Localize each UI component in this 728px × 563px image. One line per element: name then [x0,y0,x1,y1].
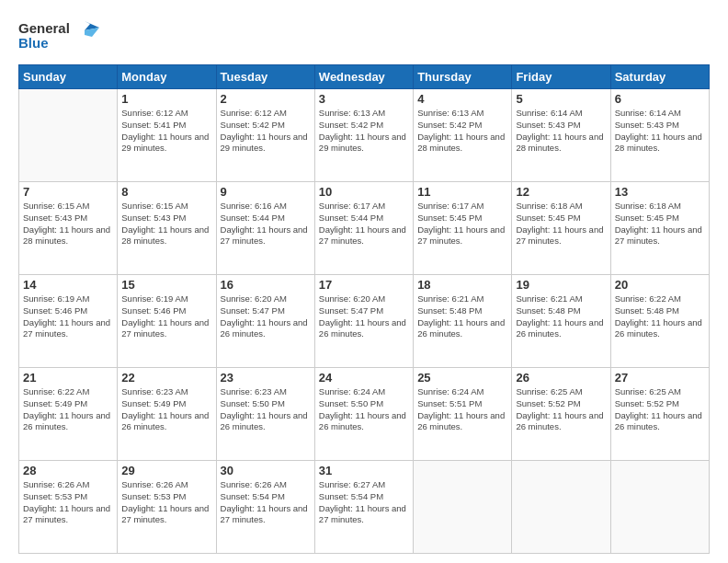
calendar-cell: 13Sunrise: 6:18 AMSunset: 5:45 PMDayligh… [610,182,709,275]
daylight-text: Daylight: 11 hours and 29 minutes. [319,132,409,155]
day-number: 22 [121,371,211,385]
day-number: 7 [23,185,113,199]
sunrise-text: Sunrise: 6:25 AM [516,386,606,398]
sunset-text: Sunset: 5:53 PM [23,491,113,503]
day-info: Sunrise: 6:13 AMSunset: 5:42 PMDaylight:… [417,108,507,155]
sunset-text: Sunset: 5:43 PM [23,213,113,224]
sunset-text: Sunset: 5:48 PM [417,305,507,317]
sunrise-text: Sunrise: 6:26 AM [221,479,311,491]
sunset-text: Sunset: 5:54 PM [221,491,311,503]
sunrise-text: Sunrise: 6:19 AM [23,293,113,305]
weekday-header-thursday: Thursday [414,65,512,89]
sunset-text: Sunset: 5:51 PM [417,398,507,410]
day-info: Sunrise: 6:18 AMSunset: 5:45 PMDaylight:… [615,201,705,247]
calendar-cell [610,461,709,554]
day-number: 11 [417,185,507,199]
sunrise-text: Sunrise: 6:14 AM [615,108,705,120]
day-number: 28 [23,464,113,477]
sunset-text: Sunset: 5:46 PM [23,305,113,317]
calendar-cell: 4Sunrise: 6:13 AMSunset: 5:42 PMDaylight… [414,89,512,182]
calendar-cell: 26Sunrise: 6:25 AMSunset: 5:52 PMDayligh… [512,368,610,461]
daylight-text: Daylight: 11 hours and 27 minutes. [23,317,113,341]
sunrise-text: Sunrise: 6:23 AM [121,386,211,398]
sunset-text: Sunset: 5:52 PM [516,398,606,410]
sunset-text: Sunset: 5:54 PM [319,491,409,503]
daylight-text: Daylight: 11 hours and 27 minutes. [615,224,705,248]
day-number: 5 [516,92,606,106]
sunset-text: Sunset: 5:44 PM [221,213,311,224]
day-info: Sunrise: 6:25 AMSunset: 5:52 PMDaylight:… [615,386,705,433]
day-info: Sunrise: 6:17 AMSunset: 5:44 PMDaylight:… [319,201,409,247]
calendar-cell: 30Sunrise: 6:26 AMSunset: 5:54 PMDayligh… [216,461,314,554]
daylight-text: Daylight: 11 hours and 29 minutes. [221,132,311,155]
sunrise-text: Sunrise: 6:22 AM [615,293,705,305]
calendar-cell [414,461,512,554]
sunrise-text: Sunrise: 6:18 AM [615,201,705,213]
daylight-text: Daylight: 11 hours and 28 minutes. [121,224,211,248]
day-info: Sunrise: 6:13 AMSunset: 5:42 PMDaylight:… [319,108,409,155]
calendar-cell [19,89,118,182]
day-number: 21 [23,371,113,385]
sunrise-text: Sunrise: 6:26 AM [23,479,113,491]
sunset-text: Sunset: 5:43 PM [121,213,211,224]
day-info: Sunrise: 6:17 AMSunset: 5:45 PMDaylight:… [417,201,507,247]
daylight-text: Daylight: 11 hours and 27 minutes. [319,224,409,248]
sunrise-text: Sunrise: 6:12 AM [121,108,211,120]
sunset-text: Sunset: 5:42 PM [221,120,311,132]
sunset-text: Sunset: 5:47 PM [319,305,409,317]
daylight-text: Daylight: 11 hours and 27 minutes. [23,503,113,527]
day-info: Sunrise: 6:22 AMSunset: 5:48 PMDaylight:… [615,293,705,340]
sunrise-text: Sunrise: 6:13 AM [417,108,507,120]
day-info: Sunrise: 6:27 AMSunset: 5:54 PMDaylight:… [319,479,409,526]
calendar-cell: 3Sunrise: 6:13 AMSunset: 5:42 PMDaylight… [314,89,413,182]
day-number: 15 [121,278,211,292]
day-number: 12 [516,185,606,199]
calendar-cell: 2Sunrise: 6:12 AMSunset: 5:42 PMDaylight… [216,89,314,182]
sunrise-text: Sunrise: 6:20 AM [319,293,409,305]
calendar-cell: 24Sunrise: 6:24 AMSunset: 5:50 PMDayligh… [314,368,413,461]
daylight-text: Daylight: 11 hours and 27 minutes. [221,224,311,248]
calendar-cell: 14Sunrise: 6:19 AMSunset: 5:46 PMDayligh… [19,275,118,368]
sunrise-text: Sunrise: 6:26 AM [121,479,211,491]
calendar-cell: 1Sunrise: 6:12 AMSunset: 5:41 PMDaylight… [118,89,216,182]
sunrise-text: Sunrise: 6:24 AM [319,386,409,398]
day-info: Sunrise: 6:15 AMSunset: 5:43 PMDaylight:… [23,201,113,247]
weekday-header-saturday: Saturday [610,65,709,89]
weekday-header-wednesday: Wednesday [314,65,413,89]
calendar-cell: 8Sunrise: 6:15 AMSunset: 5:43 PMDaylight… [118,182,216,275]
sunrise-text: Sunrise: 6:18 AM [516,201,606,213]
day-info: Sunrise: 6:12 AMSunset: 5:41 PMDaylight:… [121,108,211,155]
day-number: 4 [417,92,507,106]
daylight-text: Daylight: 11 hours and 27 minutes. [417,224,507,248]
sunrise-text: Sunrise: 6:22 AM [23,386,113,398]
sunset-text: Sunset: 5:45 PM [615,213,705,224]
day-number: 26 [516,371,606,385]
calendar-cell: 17Sunrise: 6:20 AMSunset: 5:47 PMDayligh… [314,275,413,368]
calendar-cell: 25Sunrise: 6:24 AMSunset: 5:51 PMDayligh… [414,368,512,461]
calendar-week-row: 21Sunrise: 6:22 AMSunset: 5:49 PMDayligh… [19,368,710,461]
calendar-cell: 20Sunrise: 6:22 AMSunset: 5:48 PMDayligh… [610,275,709,368]
svg-text:Blue: Blue [18,35,49,51]
day-number: 9 [221,185,311,199]
sunset-text: Sunset: 5:52 PM [615,398,705,410]
sunrise-text: Sunrise: 6:13 AM [319,108,409,120]
day-info: Sunrise: 6:26 AMSunset: 5:53 PMDaylight:… [121,479,211,526]
sunrise-text: Sunrise: 6:19 AM [121,293,211,305]
day-number: 31 [319,464,409,477]
day-number: 8 [121,185,211,199]
day-number: 13 [615,185,705,199]
day-number: 24 [319,371,409,385]
day-info: Sunrise: 6:24 AMSunset: 5:51 PMDaylight:… [417,386,507,433]
day-info: Sunrise: 6:18 AMSunset: 5:45 PMDaylight:… [516,201,606,247]
day-number: 10 [319,185,409,199]
day-info: Sunrise: 6:21 AMSunset: 5:48 PMDaylight:… [417,293,507,340]
sunset-text: Sunset: 5:49 PM [23,398,113,410]
day-number: 20 [615,278,705,292]
calendar-week-row: 28Sunrise: 6:26 AMSunset: 5:53 PMDayligh… [19,461,710,554]
sunset-text: Sunset: 5:42 PM [417,120,507,132]
day-number: 19 [516,278,606,292]
sunset-text: Sunset: 5:45 PM [417,213,507,224]
sunset-text: Sunset: 5:43 PM [516,120,606,132]
daylight-text: Daylight: 11 hours and 27 minutes. [221,503,311,527]
day-number: 17 [319,278,409,292]
